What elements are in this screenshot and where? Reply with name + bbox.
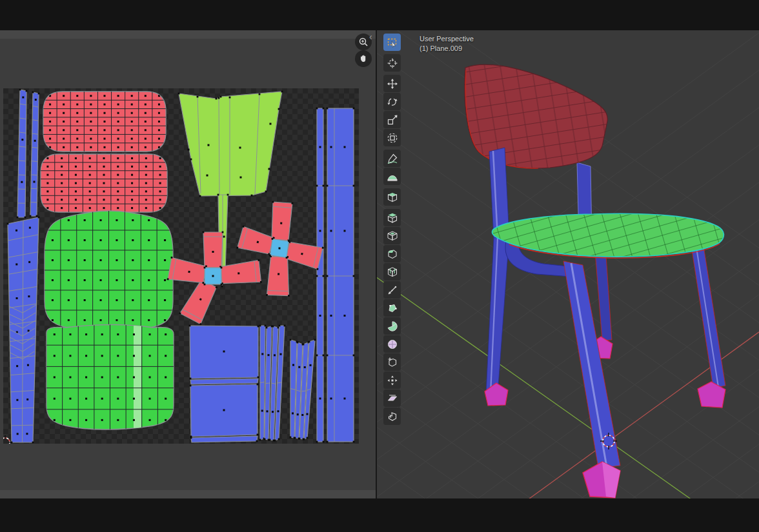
move-tool-button[interactable]: [383, 75, 401, 92]
blender-window: ‹ User Perspective (1) Plane.009: [0, 0, 759, 532]
pan-gizmo-button[interactable]: [355, 50, 372, 67]
region-collapse-arrow[interactable]: ‹: [369, 32, 372, 41]
knife-tool-button[interactable]: [383, 281, 401, 299]
frame-bars-island[interactable]: [316, 108, 355, 443]
add-cube-icon: [387, 192, 398, 202]
transform-icon: [387, 133, 398, 143]
smooth-tool-button[interactable]: [383, 335, 401, 353]
spin-icon: [387, 321, 398, 331]
measure-icon: [387, 172, 398, 182]
loop-cut-icon: [387, 267, 398, 277]
select-box-tool-button[interactable]: [383, 34, 401, 51]
poly-build-tool-button[interactable]: [383, 299, 401, 317]
backrest-side-island[interactable]: [178, 91, 283, 288]
bevel-tool-button[interactable]: [383, 245, 401, 262]
viewport-canvas[interactable]: [377, 30, 759, 498]
cursor-tool-button[interactable]: [383, 54, 401, 72]
shear-tool-button[interactable]: [383, 389, 401, 407]
edge-slide-icon: [387, 357, 398, 368]
scale-tool-button[interactable]: [383, 111, 401, 128]
smooth-icon: [387, 339, 398, 350]
top-bar: [0, 0, 759, 30]
annotate-tool-button[interactable]: [383, 150, 401, 167]
rip-region-icon: [387, 411, 398, 422]
bevel-icon: [387, 249, 398, 259]
select-box-icon: [387, 37, 398, 48]
uv-2d-cursor: [3, 435, 12, 444]
loop-cut-tool-button[interactable]: [383, 263, 401, 281]
move-icon: [387, 79, 398, 89]
seat-top-island[interactable]: [45, 210, 173, 331]
bottom-bar: [0, 498, 759, 532]
extrude-tool-button[interactable]: [383, 209, 401, 226]
rip-region-tool-button[interactable]: [383, 408, 401, 425]
uv-editor-header: [0, 30, 376, 39]
foot-cap-cross-a-island[interactable]: [230, 195, 330, 303]
scale-icon: [387, 115, 398, 125]
inset-tool-button[interactable]: [383, 227, 401, 244]
backrest-back-island[interactable]: [41, 154, 167, 212]
transform-tool-button[interactable]: [383, 129, 401, 146]
rotate-icon: [387, 97, 398, 107]
backrest-front-island[interactable]: [43, 92, 166, 152]
add-cube-tool-button[interactable]: [383, 188, 401, 206]
shear-icon: [387, 393, 398, 404]
magnifier-plus-icon: [358, 37, 369, 47]
shrink-fatten-icon: [387, 375, 398, 386]
leg-spike-a-island[interactable]: [17, 89, 28, 219]
seat-bottom-island[interactable]: [46, 324, 174, 431]
spin-tool-button[interactable]: [383, 317, 401, 335]
knife-icon: [387, 285, 398, 295]
shrink-fatten-tool-button[interactable]: [383, 371, 401, 389]
inset-icon: [387, 231, 398, 241]
edge-slide-tool-button[interactable]: [383, 353, 401, 371]
frame-squares-island[interactable]: [189, 325, 259, 442]
measure-tool-button[interactable]: [383, 168, 401, 185]
extrude-icon: [387, 213, 398, 223]
uv-editor-pane: ‹: [0, 30, 376, 498]
rotate-tool-button[interactable]: [383, 93, 401, 110]
leg-strip-island[interactable]: [7, 217, 40, 444]
uv-canvas[interactable]: [3, 88, 359, 444]
pan-hand-icon: [358, 54, 369, 64]
poly-build-icon: [387, 303, 398, 313]
leg-spike-b-island[interactable]: [30, 92, 40, 217]
tool-shelf: [383, 34, 401, 426]
cursor-icon: [387, 58, 398, 68]
uv-editor-footer: [0, 490, 376, 498]
viewport-3d-pane: User Perspective (1) Plane.009: [376, 30, 759, 498]
annotate-icon: [387, 153, 398, 164]
